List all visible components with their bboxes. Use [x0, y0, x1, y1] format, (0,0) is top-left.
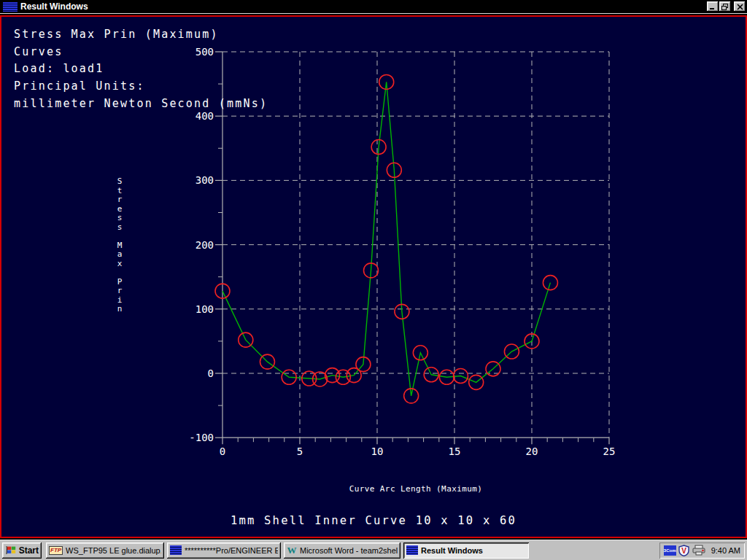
taskbar: Start FTPWS_FTP95 LE glue.dialup...*****…: [0, 540, 747, 560]
system-tray: 3Com V 9:40 AM: [659, 542, 745, 559]
restore-icon: [721, 4, 729, 10]
app-stripes-icon: [170, 545, 182, 555]
app-stripes-icon: [406, 545, 418, 555]
chart-header-line: Curves: [14, 44, 268, 61]
taskbar-button-label: WS_FTP95 LE glue.dialup...: [66, 546, 161, 555]
chart-header: Stress Max Prin (Maximum)CurvesLoad: loa…: [14, 26, 268, 113]
desktop: Result Windows 5004003002001000-10005101…: [0, 0, 747, 560]
minimize-button[interactable]: [707, 1, 719, 12]
y-axis-title: StressMaxPrin: [115, 177, 125, 314]
minimize-icon: [709, 4, 716, 10]
restore-button[interactable]: [719, 1, 731, 12]
taskbar-button-result-windows[interactable]: Result Windows: [403, 542, 529, 559]
close-button[interactable]: [734, 1, 746, 12]
windows-logo-icon: [5, 545, 17, 555]
chart-header-line: Stress Max Prin (Maximum): [14, 26, 268, 44]
window-controls: [706, 1, 746, 12]
x-axis-title: Curve Arc Length (Maximum): [222, 484, 609, 494]
taskbar-button-label: Microsoft Word - team2shell: [300, 546, 398, 555]
taskbar-clock[interactable]: 9:40 AM: [711, 546, 740, 555]
chart-header-line: Load: load1: [14, 61, 268, 78]
antivirus-shield-icon[interactable]: V: [678, 545, 689, 556]
start-label: Start: [19, 545, 39, 556]
taskbar-button-microsoft-word-team2[interactable]: WMicrosoft Word - team2shell: [284, 542, 400, 559]
task-button-strip: FTPWS_FTP95 LE glue.dialup...**********P…: [46, 542, 655, 559]
printer-icon[interactable]: [692, 545, 706, 556]
chart-header-line: Principal Units:: [14, 78, 268, 96]
word-icon: W: [287, 545, 297, 556]
window-titlebar[interactable]: Result Windows: [0, 0, 747, 14]
chart-subtitle: 1mm Shell Inner Curve 10 x 10 x 60: [0, 514, 747, 527]
taskbar-button-ws-ftp95-le-glue-dia[interactable]: FTPWS_FTP95 LE glue.dialup...: [46, 542, 164, 559]
svg-text:V: V: [681, 546, 686, 554]
close-icon: [737, 4, 743, 10]
chart-header-line: millimeter Newton Second (mmNs): [14, 96, 268, 113]
ftp-icon: FTP: [49, 546, 63, 555]
app-stripes-icon[interactable]: [3, 2, 18, 12]
start-button[interactable]: Start: [2, 542, 42, 559]
3com-icon[interactable]: 3Com: [664, 545, 676, 556]
window-title: Result Windows: [20, 1, 706, 12]
taskbar-button-label: **********Pro/ENGINEER E...: [185, 546, 278, 555]
taskbar-button-label: Result Windows: [421, 546, 483, 555]
taskbar-button--pro-engineer-e-[interactable]: **********Pro/ENGINEER E...: [167, 542, 281, 559]
